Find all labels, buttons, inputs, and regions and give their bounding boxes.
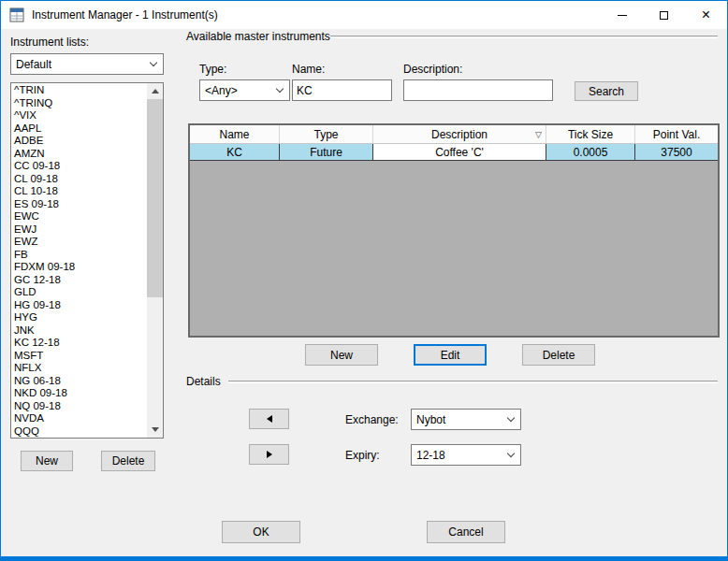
search-button[interactable]: Search bbox=[575, 81, 638, 101]
scroll-down-button[interactable] bbox=[147, 422, 163, 438]
expiry-label: Expiry: bbox=[345, 449, 380, 462]
master-delete-button[interactable]: Delete bbox=[522, 344, 595, 366]
list-item[interactable]: ^TRIN bbox=[11, 84, 147, 97]
list-item[interactable]: CC 09-18 bbox=[11, 160, 147, 173]
chevron-down-icon bbox=[503, 410, 518, 429]
list-item[interactable]: ^TRINQ bbox=[11, 97, 147, 110]
list-item[interactable]: NFLX bbox=[11, 362, 147, 375]
move-left-button[interactable] bbox=[249, 409, 289, 429]
list-item[interactable]: AAPL bbox=[11, 122, 147, 136]
list-delete-button[interactable]: Delete bbox=[101, 451, 155, 471]
list-item[interactable]: HG 09-18 bbox=[11, 299, 147, 312]
window-controls: × bbox=[601, 1, 727, 29]
expiry-dropdown[interactable]: 12-18 bbox=[411, 444, 521, 466]
scrollbar-thumb[interactable] bbox=[147, 99, 163, 297]
minimize-icon bbox=[618, 15, 627, 16]
list-item[interactable]: NKD 09-18 bbox=[11, 387, 147, 400]
list-item[interactable]: CL 09-18 bbox=[11, 173, 147, 186]
type-label: Type: bbox=[199, 63, 226, 76]
list-item[interactable]: MSFT bbox=[11, 350, 147, 363]
cell-description[interactable]: Coffee 'C' bbox=[373, 144, 546, 160]
cell-type[interactable]: Future bbox=[280, 144, 373, 160]
list-item[interactable]: JNK bbox=[11, 324, 147, 338]
window-title: Instrument Manager - 1 Instrument(s) bbox=[32, 8, 218, 22]
maximize-icon bbox=[660, 11, 668, 20]
list-item[interactable]: KC 12-18 bbox=[11, 337, 147, 350]
list-item[interactable]: ^VIX bbox=[11, 109, 147, 122]
list-item[interactable]: EWC bbox=[11, 210, 147, 223]
cell-name[interactable]: KC bbox=[190, 144, 280, 160]
close-icon: × bbox=[702, 7, 710, 22]
scroll-up-button[interactable] bbox=[147, 83, 163, 99]
column-header-tick-size[interactable]: Tick Size bbox=[546, 125, 635, 143]
master-group-label: Available master instruments bbox=[186, 30, 330, 43]
master-edit-button[interactable]: Edit bbox=[414, 344, 487, 366]
instrument-manager-window: Instrument Manager - 1 Instrument(s) × I… bbox=[0, 0, 728, 561]
maximize-button[interactable] bbox=[643, 1, 685, 29]
instrument-list-value: Default bbox=[16, 58, 163, 71]
list-item[interactable]: ES 09-18 bbox=[11, 198, 147, 211]
cell-tick-size[interactable]: 0.0005 bbox=[546, 144, 635, 160]
table-header: Name Type Description ▽ Tick Size Point … bbox=[190, 125, 718, 144]
title-bar: Instrument Manager - 1 Instrument(s) × bbox=[1, 1, 727, 29]
cell-point-val[interactable]: 37500 bbox=[635, 144, 718, 160]
list-item[interactable]: EWJ bbox=[11, 223, 147, 237]
symbol-listbox: ^TRIN^TRINQ^VIXAAPLADBEAMZNCC 09-18CL 09… bbox=[10, 82, 164, 439]
column-header-name[interactable]: Name bbox=[190, 125, 280, 143]
symbol-list: ^TRIN^TRINQ^VIXAAPLADBEAMZNCC 09-18CL 09… bbox=[11, 84, 147, 438]
details-group-label: Details bbox=[186, 375, 221, 388]
description-label: Description: bbox=[403, 63, 462, 76]
ok-button[interactable]: OK bbox=[222, 521, 300, 543]
cancel-button[interactable]: Cancel bbox=[427, 521, 505, 543]
listbox-scrollbar[interactable] bbox=[147, 83, 163, 438]
list-new-button[interactable]: New bbox=[21, 451, 73, 471]
list-item[interactable]: GLD bbox=[11, 286, 147, 299]
app-icon bbox=[9, 7, 24, 22]
move-right-button[interactable] bbox=[249, 444, 289, 465]
scroll-up-icon bbox=[152, 89, 159, 94]
chevron-down-icon bbox=[503, 445, 518, 465]
column-header-description[interactable]: Description ▽ bbox=[373, 125, 546, 143]
list-item[interactable]: FB bbox=[11, 249, 147, 262]
name-label: Name: bbox=[292, 63, 325, 76]
instrument-list-dropdown[interactable]: Default bbox=[10, 53, 164, 75]
master-instruments-table: Name Type Description ▽ Tick Size Point … bbox=[188, 123, 720, 338]
scroll-down-icon bbox=[152, 427, 159, 432]
name-input[interactable] bbox=[292, 79, 392, 101]
right-arrow-icon bbox=[267, 451, 272, 458]
list-item[interactable]: AMZN bbox=[11, 148, 147, 161]
list-item[interactable]: NVDA bbox=[11, 412, 147, 425]
master-group-separator bbox=[330, 36, 718, 37]
list-item[interactable]: NQ 09-18 bbox=[11, 400, 147, 413]
list-item[interactable]: GC 12-18 bbox=[11, 274, 147, 287]
exchange-label: Exchange: bbox=[345, 413, 399, 426]
list-item[interactable]: QQQ bbox=[11, 425, 147, 439]
left-arrow-icon bbox=[267, 415, 272, 423]
chevron-down-icon bbox=[146, 54, 161, 74]
sort-desc-icon: ▽ bbox=[535, 130, 542, 139]
chevron-down-icon bbox=[272, 80, 287, 100]
list-item[interactable]: CL 10-18 bbox=[11, 185, 147, 198]
close-button[interactable]: × bbox=[685, 1, 727, 29]
list-item[interactable]: ADBE bbox=[11, 135, 147, 148]
details-group-separator bbox=[228, 381, 718, 382]
table-row[interactable]: KC Future Coffee 'C' 0.0005 37500 bbox=[190, 144, 718, 161]
list-item[interactable]: FDXM 09-18 bbox=[11, 261, 147, 274]
minimize-button[interactable] bbox=[601, 1, 643, 29]
list-item[interactable]: NG 06-18 bbox=[11, 375, 147, 388]
list-item[interactable]: HYG bbox=[11, 311, 147, 324]
list-item[interactable]: EWZ bbox=[11, 236, 147, 249]
column-header-point-val[interactable]: Point Val. bbox=[635, 125, 718, 143]
master-new-button[interactable]: New bbox=[305, 344, 378, 366]
column-header-type[interactable]: Type bbox=[280, 125, 373, 143]
instrument-lists-label: Instrument lists: bbox=[10, 36, 89, 49]
type-dropdown[interactable]: <Any> bbox=[199, 79, 290, 101]
exchange-dropdown[interactable]: Nybot bbox=[411, 409, 521, 430]
description-input[interactable] bbox=[403, 79, 553, 101]
